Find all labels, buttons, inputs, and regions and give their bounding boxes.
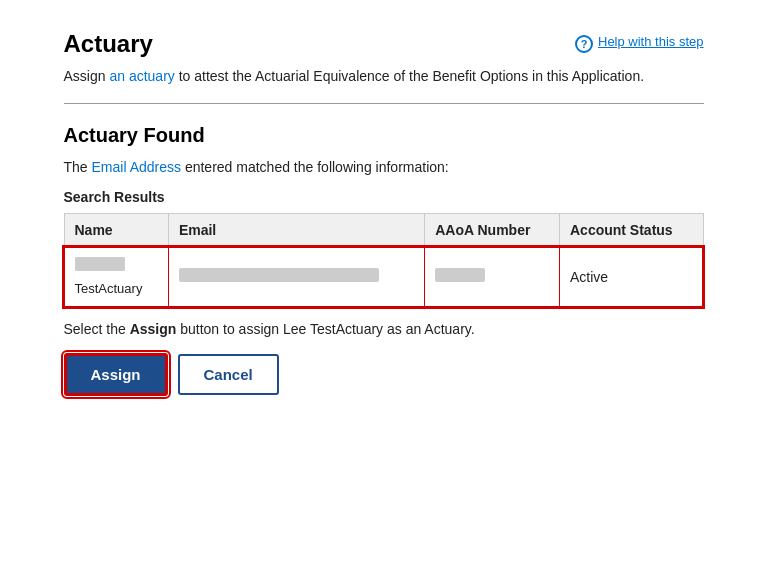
section-divider bbox=[64, 103, 704, 104]
page-title: Actuary bbox=[64, 30, 153, 58]
aaoa-cell bbox=[425, 247, 560, 307]
name-placeholder-rect bbox=[75, 257, 125, 271]
email-cell bbox=[168, 247, 424, 307]
matched-rest: entered matched the following informatio… bbox=[181, 159, 449, 175]
assign-instr-pre: Select the bbox=[64, 321, 130, 337]
page-wrapper: Actuary ? Help with this step Assign an … bbox=[34, 0, 734, 436]
intro-link: an actuary bbox=[109, 68, 174, 84]
assign-instr-post: button to assign Lee TestActuary as an A… bbox=[176, 321, 474, 337]
section-title: Actuary Found bbox=[64, 124, 704, 147]
name-text: TestActuary bbox=[75, 281, 143, 296]
col-header-email: Email bbox=[168, 214, 424, 247]
help-icon: ? bbox=[575, 35, 593, 53]
col-header-aaoa: AAoA Number bbox=[425, 214, 560, 247]
status-cell: Active bbox=[559, 247, 703, 307]
table-row[interactable]: TestActuary Active bbox=[64, 247, 703, 307]
assign-instr-bold: Assign bbox=[130, 321, 177, 337]
name-cell: TestActuary bbox=[64, 247, 168, 307]
help-link-text: Help with this step bbox=[598, 34, 704, 51]
intro-text: Assign an actuary to attest the Actuaria… bbox=[64, 66, 704, 87]
table-header-row: Name Email AAoA Number Account Status bbox=[64, 214, 703, 247]
button-row: Assign Cancel bbox=[64, 353, 704, 396]
help-link[interactable]: ? Help with this step bbox=[575, 34, 704, 53]
assign-button[interactable]: Assign bbox=[64, 353, 168, 396]
matched-link: Email Address bbox=[92, 159, 181, 175]
intro-plain: Assign bbox=[64, 68, 110, 84]
search-results-label: Search Results bbox=[64, 189, 704, 205]
col-header-name: Name bbox=[64, 214, 168, 247]
matched-plain: The bbox=[64, 159, 92, 175]
assign-instruction: Select the Assign button to assign Lee T… bbox=[64, 321, 704, 337]
matched-text: The Email Address entered matched the fo… bbox=[64, 159, 704, 175]
cancel-button[interactable]: Cancel bbox=[178, 354, 279, 395]
aaoa-placeholder-rect bbox=[435, 268, 485, 282]
col-header-status: Account Status bbox=[559, 214, 703, 247]
page-header: Actuary ? Help with this step bbox=[64, 30, 704, 58]
results-table: Name Email AAoA Number Account Status Te… bbox=[64, 213, 704, 307]
intro-rest: to attest the Actuarial Equivalence of t… bbox=[175, 68, 644, 84]
status-text: Active bbox=[570, 269, 608, 285]
email-placeholder-rect bbox=[179, 268, 379, 282]
